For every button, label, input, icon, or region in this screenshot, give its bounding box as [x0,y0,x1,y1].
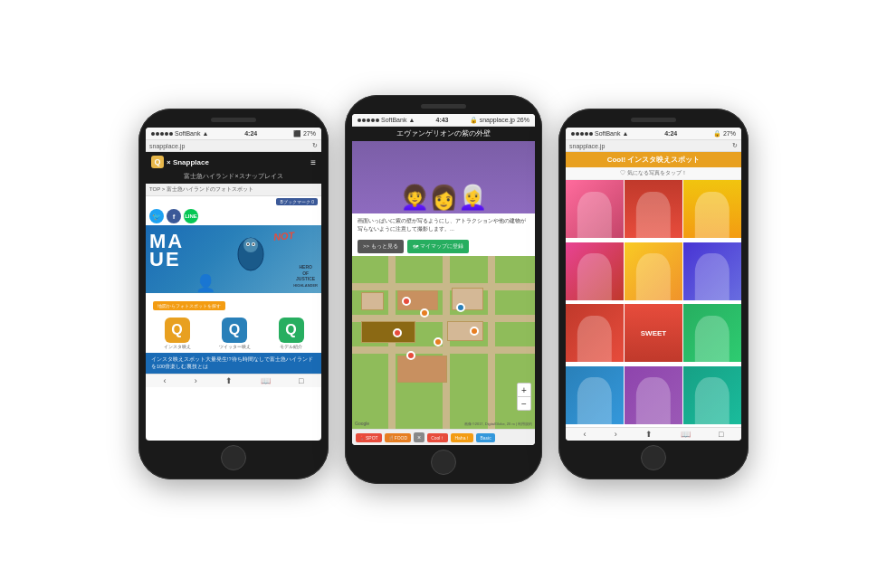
map-pin-4[interactable] [434,337,443,346]
battery-left: 27% [303,130,316,137]
nav-back-right[interactable]: ‹ [584,430,587,439]
home-button-right[interactable] [641,445,666,470]
grid-cell-4[interactable] [566,242,624,300]
cat-twitter[interactable]: Q ツイッター映え [219,318,251,349]
wifi-icon-right: ▲ [622,130,628,137]
close-icon: × [417,434,421,441]
cat-label-twitter: ツイッター映え [219,344,251,349]
status-bar-right: SoftBank ▲ 4:24 🔒 27% [566,128,741,140]
phone-speaker-left [211,118,256,122]
road-v3 [488,256,495,429]
btn-more[interactable]: >> もっと見る [358,240,404,253]
logo-text: × Snapplace [167,158,209,166]
twitter-icon[interactable]: 🐦 [149,209,164,223]
breadcrumb-left: TOP > 富士急ハイランドのフォトスポット [146,184,321,196]
carrier-right: SoftBank [595,130,620,137]
grid-cell-3[interactable] [683,180,741,238]
grid-cell-9[interactable] [683,304,741,362]
nav-tabs-left[interactable]: □ [299,376,303,385]
map-pin-3[interactable] [393,328,402,337]
category-icons: Q インスタ映え Q ツイッター映え Q モデル紹介 [146,314,321,353]
refresh-icon-right[interactable]: ↻ [732,142,738,149]
grid-cell-8[interactable]: SWEET [625,304,682,362]
lock-icon-right: 🔒 [713,130,721,138]
cool-title: Cool! インスタ映えスポット [607,156,701,164]
eva-buttons: >> もっと見る 🗺 マイマップに登録 [352,237,535,256]
filter-haha[interactable]: Haha！ [451,433,473,442]
btn-map-label: マイマップに登録 [420,242,463,251]
phones-container: SoftBank ▲ 4:24 ⬛ 27% snapplace.jp ↻ Q ×… [120,86,767,502]
battery-indicator-left: ⬛ [293,130,301,138]
nav-forward-left[interactable]: › [195,376,197,385]
filter-bar: 📍 SPOT 🍴 FOOD × Cool！ Haha！ Basic [352,429,535,445]
line-icon[interactable]: LINE [184,209,198,223]
map-pin-7[interactable] [470,327,479,336]
map-search-button[interactable]: 地図からフォトスポットを探す [153,301,225,310]
map-pin-1[interactable] [402,297,411,306]
nav-tabs-right[interactable]: □ [719,430,723,439]
grid-cell-1[interactable] [566,180,624,238]
carrier-left: SoftBank [175,130,200,137]
filter-food[interactable]: 🍴 FOOD [385,433,411,442]
status-bar-center: SoftBank ▲ 4:43 🔒 snapplace.jp 26% [352,114,535,127]
grid-cell-2[interactable] [625,180,682,238]
phone-right: SoftBank ▲ 4:24 🔒 27% snapplace.jp ↻ Coo… [558,109,749,479]
aerial-bg: + − Google 画像 ©2017, DigitalGlobe, 20 m … [352,256,535,429]
nav-share-right[interactable]: ⬆ [645,430,653,439]
url-center: snapplace.jp [480,117,515,123]
spot-icon: 📍 [359,435,365,441]
map-attribution: 画像 ©2017, DigitalGlobe, 20 m | 利用規約 [464,422,532,426]
nav-book-left[interactable]: 📖 [261,376,271,385]
zoom-in-button[interactable]: + [518,384,530,396]
hamburger-icon[interactable]: ≡ [310,157,316,167]
cat-insta[interactable]: Q インスタ映え [164,318,191,349]
home-button-center[interactable] [431,450,456,475]
cat-model[interactable]: Q モデル紹介 [279,318,304,349]
map-zoom-controls[interactable]: + − [517,383,531,411]
map-view[interactable]: + − Google 画像 ©2017, DigitalGlobe, 20 m … [352,256,535,429]
eva-photo: 👩‍🦱👩👩‍🦳 [352,141,535,213]
url-bar-right[interactable]: snapplace.jp ↻ [566,140,741,152]
grid-cell-7[interactable] [566,304,624,362]
filter-cool[interactable]: Cool！ [427,433,448,442]
filter-basic[interactable]: Basic [476,433,494,442]
phone-left: SoftBank ▲ 4:24 ⬛ 27% snapplace.jp ↻ Q ×… [138,109,329,479]
snap-subtitle: 富士急ハイランド×スナップレイス [146,172,321,184]
banner-not: NOT [272,230,294,242]
cool-header: Cool! インスタ映えスポット [566,152,741,167]
btn-map[interactable]: 🗺 マイマップに登録 [407,240,469,253]
grid-cell-6[interactable] [683,242,741,300]
svg-point-1 [243,238,258,252]
filter-close[interactable]: × [414,432,424,442]
filter-food-label: FOOD [395,435,407,441]
carrier-center: SoftBank [381,117,406,123]
filter-basic-label: Basic [480,435,491,441]
filter-haha-label: Haha！ [454,435,470,441]
filter-cool-label: Cool！ [431,435,444,441]
btn-more-label: >> もっと見る [363,242,398,251]
map-pin-6[interactable] [456,303,465,312]
zoom-out-button[interactable]: − [518,397,530,410]
cat-label-insta: インスタ映え [164,344,191,349]
bookmark-button[interactable]: Bブックマーク 0 [276,198,318,205]
home-button-left[interactable] [221,445,246,470]
grid-cell-11[interactable] [625,366,682,424]
nav-forward-right[interactable]: › [615,430,617,439]
nav-bar-right: ‹ › ⬆ 📖 □ [566,427,741,441]
nav-bar-left: ‹ › ⬆ 📖 □ [146,374,321,387]
grid-cell-10[interactable] [566,366,624,424]
map-pin-2[interactable] [420,308,429,318]
facebook-icon[interactable]: f [167,209,181,223]
nav-share-left[interactable]: ⬆ [225,376,233,385]
grid-cell-12[interactable] [683,366,741,424]
nav-book-right[interactable]: 📖 [681,430,691,439]
filter-spot-label: SPOT [366,435,378,441]
url-bar-left[interactable]: snapplace.jp ↻ [146,140,321,152]
nav-back-left[interactable]: ‹ [164,376,167,385]
map-pin-5[interactable] [406,351,415,360]
map-icon-center: 🗺 [413,244,418,250]
refresh-icon-left[interactable]: ↻ [312,142,318,149]
logo-q-icon: Q [151,156,164,168]
grid-cell-5[interactable] [625,242,682,300]
filter-spot[interactable]: 📍 SPOT [356,433,382,442]
